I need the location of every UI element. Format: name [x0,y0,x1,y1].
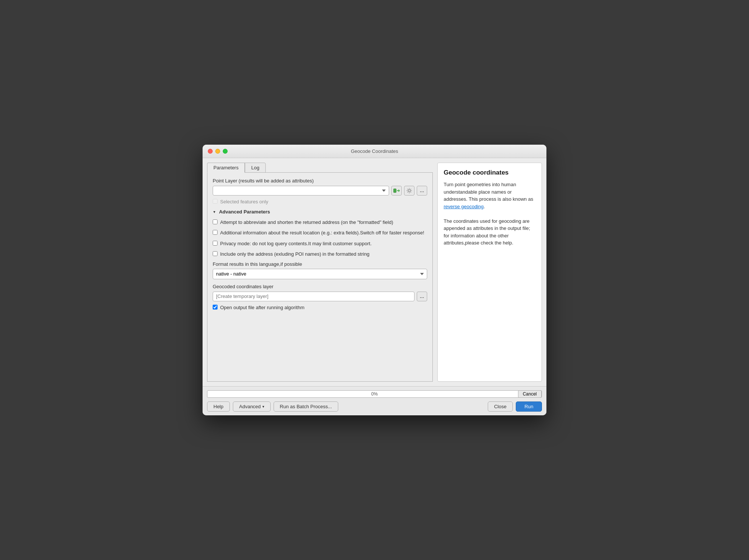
main-window: Geocode Coordinates Parameters Log Point… [203,145,546,415]
left-panel: Parameters Log Point Layer (results will… [207,163,433,382]
output-row: … [213,292,427,301]
open-output-checkbox[interactable] [213,305,218,310]
selected-features-label: Selected features only [220,199,268,205]
checkbox-poi[interactable] [213,251,218,256]
selected-features-row: Selected features only [213,199,427,205]
open-output-label: Open output file after running algorithm [220,304,304,311]
traffic-lights [208,149,228,154]
output-section: Geocoded coordinates layer … Open output… [213,284,427,311]
maximize-window-button[interactable] [223,149,228,154]
help-period: . [484,204,485,209]
open-output-row: Open output file after running algorithm [213,304,427,311]
advanced-params-header: ▼ Advanced Parameters [213,209,427,215]
tab-parameters[interactable]: Parameters [207,163,245,173]
point-layer-row: … [213,186,427,196]
progress-text: 0% [371,391,377,397]
advanced-button-label: Advanced [239,404,261,409]
language-label: Format results in this language,if possi… [213,261,427,267]
checkbox-privacy[interactable] [213,241,218,246]
progress-row: 0% Cancel [207,390,542,398]
checkbox-privacy-row: Privacy mode: do not log query contents.… [213,240,427,247]
checkbox-additional-row: Additional information about the result … [213,230,427,236]
advanced-dropdown-arrow-icon: ▾ [262,404,264,409]
help-button[interactable]: Help [207,401,230,412]
output-input[interactable] [213,292,414,301]
output-browse-button[interactable]: … [417,292,427,301]
checkbox-shorten-label: Attempt to abbreviate and shorten the re… [220,219,393,226]
batch-button[interactable]: Run as Batch Process... [274,401,338,412]
action-row: Help Advanced ▾ Run as Batch Process... … [207,401,542,412]
collapse-arrow-icon[interactable]: ▼ [213,210,216,214]
language-dropdown[interactable]: native - native [213,269,427,279]
settings-icon[interactable] [404,186,414,196]
language-section: Format results in this language,if possi… [213,261,427,279]
bottom-bar: 0% Cancel Help Advanced ▾ Run as Batch P… [203,386,546,415]
point-layer-dropdown[interactable] [213,186,389,196]
run-button[interactable]: Run [516,401,542,412]
selected-features-checkbox[interactable] [213,199,218,204]
close-button[interactable]: Close [488,401,513,412]
checkbox-privacy-label: Privacy mode: do not log query contents.… [220,240,372,247]
checkbox-poi-label: Include only the address (exluding POI n… [220,251,370,258]
checkbox-additional-label: Additional information about the result … [220,230,424,236]
help-text: Turn point geometries into human underst… [444,181,536,247]
cancel-button[interactable]: Cancel [518,390,542,398]
checkbox-shorten-row: Attempt to abbreviate and shorten the re… [213,219,427,226]
svg-rect-0 [394,189,396,193]
point-layer-label: Point Layer (results will be added as at… [213,178,427,184]
svg-point-1 [408,190,410,192]
advanced-params-title: Advanced Parameters [219,209,270,215]
minimize-window-button[interactable] [215,149,220,154]
reverse-geocoding-link[interactable]: reverse geocoding [444,204,484,209]
title-bar: Geocode Coordinates [203,145,546,158]
window-body: Parameters Log Point Layer (results will… [203,158,546,386]
tab-log[interactable]: Log [245,163,266,173]
help-panel: Geocode coordinates Turn point geometrie… [437,163,542,382]
output-layer-label: Geocoded coordinates layer [213,284,427,289]
checkbox-additional[interactable] [213,230,218,235]
toggle-edit-icon[interactable] [391,186,402,196]
checkbox-poi-row: Include only the address (exluding POI n… [213,251,427,258]
help-title: Geocode coordinates [444,169,536,176]
window-title: Geocode Coordinates [351,148,398,154]
main-content-area: Point Layer (results will be added as at… [207,172,433,382]
progress-bar: 0% Cancel [207,390,542,398]
checkbox-shorten[interactable] [213,219,218,224]
help-text-process2: This process is also known as [469,196,533,202]
close-window-button[interactable] [208,149,213,154]
advanced-button[interactable]: Advanced ▾ [233,401,271,412]
help-text-footer: The coordinates used for geocoding are a… [444,218,530,246]
browse-button[interactable]: … [417,186,427,196]
tab-bar: Parameters Log [207,163,433,173]
